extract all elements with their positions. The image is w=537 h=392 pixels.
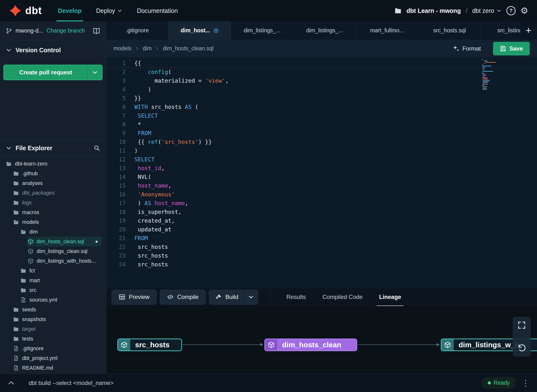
tree-item-snapshots[interactable]: snapshots [12, 314, 102, 324]
active-line-rule [106, 68, 537, 68]
tree-item-dbt_project.yml[interactable]: dbt_project.yml [12, 353, 102, 363]
lineage-canvas[interactable]: src_hostsdim_hosts_cleandim_listings_w_h [106, 306, 537, 374]
code-line-18[interactable]: 18 is_superhost, [106, 208, 537, 216]
tree-item-src[interactable]: src [19, 285, 102, 295]
reset-view-icon[interactable] [517, 343, 526, 353]
environment-selector[interactable]: dbt zero [472, 7, 501, 14]
search-icon[interactable] [93, 145, 100, 151]
tree-item-analyses[interactable]: analyses [12, 178, 102, 188]
folder-icon [13, 171, 19, 176]
tree-item-target[interactable]: target [12, 324, 102, 334]
code-line-14[interactable]: 14 NVL( [106, 173, 537, 181]
code-line-17[interactable]: 17 ) AS host_name, [106, 199, 537, 208]
tree-item-models[interactable]: models [12, 217, 102, 227]
line-number: 5 [106, 94, 126, 103]
code-line-12[interactable]: 12SELECT [106, 155, 537, 164]
code-text: src_hosts [126, 260, 168, 269]
code-line-16[interactable]: 16 'Anonymous' [106, 190, 537, 199]
chevron-up-icon[interactable] [7, 379, 15, 387]
pull-request-dropdown[interactable] [87, 65, 102, 80]
code-line-20[interactable]: 20 updated_at [106, 225, 537, 234]
lineage-node-dim_hosts_clean[interactable]: dim_hosts_clean [264, 339, 357, 351]
tree-item-macros[interactable]: macros [12, 208, 102, 217]
version-control-header[interactable]: Version Control [0, 40, 106, 60]
tab-mart_fullmo...[interactable]: mart_fullmo... [356, 21, 418, 40]
tab-dim_host...[interactable]: dim_host... [169, 21, 231, 40]
panel-tab-lineage[interactable]: Lineage [371, 288, 409, 306]
format-button[interactable]: Format [452, 45, 481, 52]
minimap[interactable] [482, 59, 496, 90]
tree-item-sources.yml[interactable]: sources.yml [19, 295, 102, 305]
breadcrumb-dim[interactable]: dim [143, 45, 152, 52]
tree-item-dbt_packages[interactable]: dbt_packages [12, 188, 102, 198]
tree-item-mart[interactable]: mart [19, 276, 102, 285]
code-line-23[interactable]: 23 src_hosts [106, 251, 537, 260]
code-line-22[interactable]: 22 src_hosts [106, 243, 537, 251]
tree-item-README.md[interactable]: README.md [12, 363, 102, 373]
dbt-cloud-ide: dbt Develop Deploy Documentation dbt Lea… [0, 0, 537, 392]
panel-tab-results[interactable]: Results [278, 288, 314, 306]
tree-item-.gitignore[interactable]: .gitignore [12, 344, 102, 353]
create-pull-request-button[interactable]: Create pull request [3, 65, 103, 80]
code-line-21[interactable]: 21FROM [106, 234, 537, 243]
tree-item-fct[interactable]: fct [19, 266, 102, 276]
code-line-4[interactable]: 4 ) [106, 85, 537, 94]
code-line-24[interactable]: 24 src_hosts [106, 260, 537, 269]
tree-item-dim_listings_clean.sql[interactable]: dim_listings_clean.sql [27, 246, 102, 256]
help-icon[interactable]: ? [506, 6, 516, 15]
code-line-10[interactable]: 10 {{ ref('src_hosts') }} [106, 138, 537, 146]
tree-item-seeds[interactable]: seeds [12, 305, 102, 314]
panel-tab-compiled-code[interactable]: Compiled Code [314, 288, 371, 306]
dbt-logo[interactable]: dbt [9, 0, 42, 21]
lineage-node-src_hosts[interactable]: src_hosts [117, 339, 182, 351]
create-pull-request-label[interactable]: Create pull request [4, 65, 87, 80]
overflow-menu-icon[interactable]: ⋮ [521, 379, 530, 387]
file-explorer-header[interactable]: File Explorer [0, 140, 106, 156]
code-line-8[interactable]: 8 * [106, 120, 537, 129]
code-line-3[interactable]: 3 materialized = 'view', [106, 76, 537, 85]
code-line-1[interactable]: 1{{ [106, 59, 537, 68]
new-tab-button[interactable]: + [520, 21, 537, 40]
tree-item-logs[interactable]: logs [12, 198, 102, 208]
code-line-7[interactable]: 7 SELECT [106, 111, 537, 120]
tree-item-dbt-learn-zero[interactable]: dbt-learn-zero [5, 159, 102, 169]
change-branch-link[interactable]: Change branch [47, 27, 85, 34]
tree-item-dim_listings_with_hosts...[interactable]: dim_listings_with_hosts... [27, 256, 102, 266]
code-line-13[interactable]: 13 host_id, [106, 164, 537, 173]
folder-icon [13, 209, 19, 215]
tab-dim_listings_...[interactable]: dim_listings_... [294, 21, 356, 40]
code-line-11[interactable]: 11) [106, 146, 537, 155]
tree-item-label: dim [29, 229, 38, 235]
build-dropdown[interactable] [244, 290, 258, 304]
code-line-2[interactable]: 2 config( [106, 68, 537, 76]
tree-item-.github[interactable]: .github [12, 169, 102, 178]
nav-deploy[interactable]: Deploy [96, 0, 122, 21]
nav-develop[interactable]: Develop [58, 0, 81, 21]
tab-src_hosts.sql[interactable]: src_hosts.sql [418, 21, 481, 40]
tab-src_listings.[interactable]: src_listings. [481, 21, 520, 40]
preview-button[interactable]: Preview [112, 290, 156, 305]
tree-item-dim[interactable]: dim [19, 227, 102, 237]
tree-item-dim_hosts_clean.sql[interactable]: dim_hosts_clean.sql [27, 237, 102, 246]
breadcrumb-models[interactable]: models [113, 45, 131, 52]
code-text: {{ [126, 59, 141, 68]
gear-icon[interactable]: ⚙ [520, 6, 528, 15]
code-line-6[interactable]: 6WITH src_hosts AS ( [106, 103, 537, 111]
code-line-15[interactable]: 15 host_name, [106, 181, 537, 190]
tab-label: src_hosts.sql [433, 27, 466, 34]
fullscreen-icon[interactable] [517, 321, 526, 330]
command-input[interactable]: dbt build --select <model_name> [29, 380, 114, 386]
save-button[interactable]: Save [493, 42, 530, 55]
docs-book-icon[interactable] [93, 27, 100, 35]
build-button[interactable]: Build [209, 290, 244, 304]
tab-.gitignore[interactable]: .gitignore [106, 21, 169, 40]
code-editor[interactable]: 1{{2 config(3 materialized = 'view',4 )5… [106, 57, 537, 288]
tree-item-tests[interactable]: tests [12, 334, 102, 344]
compile-button[interactable]: Compile [160, 290, 206, 305]
code-line-9[interactable]: 9 FROM [106, 129, 537, 138]
tab-dim_listings_...[interactable]: dim_listings_... [231, 21, 294, 40]
nav-documentation[interactable]: Documentation [137, 0, 178, 21]
code-line-5[interactable]: 5}} [106, 94, 537, 103]
line-number: 16 [106, 190, 126, 199]
code-line-19[interactable]: 19 created_at, [106, 216, 537, 225]
